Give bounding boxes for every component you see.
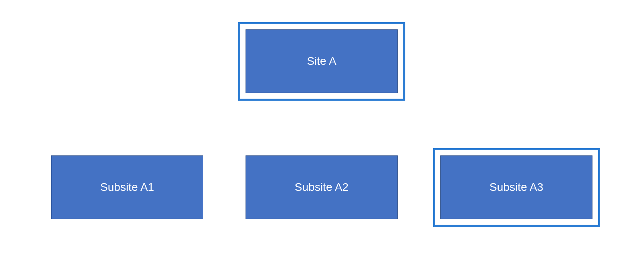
subsite-a3-label: Subsite A3 (489, 181, 543, 194)
subsite-a3-box: Subsite A3 (440, 155, 592, 219)
site-a-label: Site A (307, 55, 336, 68)
subsite-a1-label: Subsite A1 (100, 181, 154, 194)
subsite-a2-box: Subsite A2 (246, 155, 398, 219)
subsite-a1-box: Subsite A1 (51, 155, 203, 219)
subsite-a2-label: Subsite A2 (295, 181, 349, 194)
site-a-box: Site A (246, 29, 398, 93)
